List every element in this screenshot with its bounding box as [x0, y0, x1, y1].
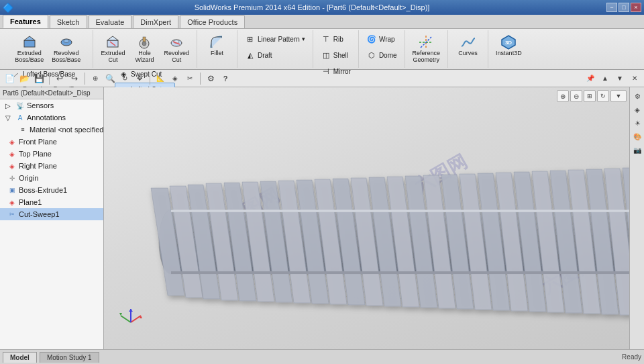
fillet-label: Fillet	[211, 50, 223, 57]
save-button[interactable]: 💾	[32, 72, 46, 85]
section-view-button[interactable]: ✂	[183, 72, 197, 85]
view-selector-button[interactable]: ▼	[610, 90, 627, 102]
ribbon: Features Sketch Evaluate DimXpert Office…	[0, 15, 644, 70]
svg-marker-60	[129, 309, 133, 312]
zoom-out-button[interactable]: 🔍	[103, 72, 117, 85]
tree-item-front-plane[interactable]: ◈ Front Plane	[0, 136, 103, 148]
extruded-boss-base-button[interactable]: ExtrudedBoss/Base	[11, 32, 47, 66]
mirror-button[interactable]: ⊣ Mirror	[317, 64, 354, 79]
dome-button[interactable]: ⬡ Dome	[363, 48, 400, 62]
view-settings-icon[interactable]: ⚙	[631, 90, 643, 102]
appearance-icon[interactable]: 🎨	[631, 130, 643, 142]
feature-tree-header: Part6 (Default<Default>_Disp	[0, 87, 103, 99]
fillet-button[interactable]: Fillet	[202, 32, 231, 60]
title-text: SolidWorks Premium 2014 x64 Edition - [P…	[17, 3, 606, 11]
mirror-icon: ⊣	[321, 66, 331, 77]
ribbon-tab-bar: Features Sketch Evaluate DimXpert Office…	[0, 15, 644, 29]
view-orient-button[interactable]: 📐	[154, 72, 167, 85]
screw-model	[131, 121, 629, 349]
3d-viewport[interactable]: ⊕ ⊖ ⊞ ↻ ▼ 六图网 六图网 六图网	[104, 87, 629, 349]
top-plane-indent	[3, 148, 5, 159]
arrow-up-button[interactable]: ▲	[598, 72, 612, 85]
instant3d-button[interactable]: 3D Instant3D	[492, 32, 525, 60]
mirror-label: Mirror	[333, 68, 351, 75]
tree-item-cut-sweep1[interactable]: ✂ Cut-Sweep1	[0, 208, 103, 220]
revolved-cut-icon	[168, 34, 184, 50]
ribbon-group-pattern: ⊞ Linear Pattern ▾ ◭ Draft	[237, 30, 313, 68]
tab-sketch[interactable]: Sketch	[50, 15, 87, 28]
origin-icon: ✛	[7, 173, 17, 183]
extruded-boss-label: ExtrudedBoss/Base	[15, 50, 44, 64]
tab-motion-study[interactable]: Motion Study 1	[40, 352, 99, 363]
zoom-fit-button[interactable]: ⊕	[89, 72, 102, 85]
pin-button[interactable]: 📌	[584, 72, 597, 85]
display-style-button[interactable]: ◈	[168, 72, 182, 85]
tree-item-material[interactable]: ≡ Material <not specified>	[0, 124, 103, 136]
minimize-button[interactable]: −	[606, 3, 617, 12]
tree-item-right-plane[interactable]: ◈ Right Plane	[0, 160, 103, 172]
zoom-out-vp-button[interactable]: ⊖	[570, 90, 582, 102]
main-area: Part6 (Default<Default>_Disp ▷ 📡 Sensors…	[0, 87, 644, 349]
tree-item-plane1[interactable]: ◈ Plane1	[0, 196, 103, 208]
rib-label: Rib	[333, 36, 343, 43]
new-button[interactable]: 📄	[3, 72, 16, 85]
tab-features[interactable]: Features	[3, 15, 48, 28]
draft-button[interactable]: ◭ Draft	[241, 48, 309, 62]
lighting-icon[interactable]: ☀	[631, 117, 643, 129]
tab-evaluate[interactable]: Evaluate	[89, 15, 132, 28]
close-button[interactable]: ×	[631, 3, 641, 12]
rotate-button[interactable]: ↻	[118, 72, 131, 85]
zoom-in-vp-button[interactable]: ⊕	[557, 90, 569, 102]
tree-item-sensors[interactable]: ▷ 📡 Sensors	[0, 99, 103, 111]
tree-item-boss-extrude1[interactable]: ▣ Boss-Extrude1	[0, 184, 103, 196]
revolved-boss-base-button[interactable]: RevolvedBoss/Base	[48, 32, 84, 66]
svg-marker-1	[24, 36, 35, 40]
rib-button[interactable]: ⊤ Rib	[317, 32, 354, 46]
plane1-indent	[3, 197, 5, 208]
arrow-down-button[interactable]: ▼	[613, 72, 627, 85]
shell-button[interactable]: ◫ Shell	[317, 48, 354, 62]
curves-button[interactable]: Curves	[453, 32, 483, 60]
svg-marker-58	[119, 313, 122, 316]
tab-model[interactable]: Model	[3, 352, 37, 363]
maximize-button[interactable]: □	[619, 3, 629, 12]
svg-rect-0	[24, 40, 35, 47]
revolved-boss-icon	[58, 34, 74, 50]
tab-office-products[interactable]: Office Products	[180, 15, 245, 28]
wrap-button[interactable]: 🌀 Wrap	[363, 32, 400, 46]
hole-wizard-button[interactable]: HoleWizard	[129, 32, 159, 66]
open-button[interactable]: 📂	[17, 72, 31, 85]
ribbon-group-boss-base: ExtrudedBoss/Base RevolvedBoss/Base ⟋ Lo…	[3, 30, 93, 68]
svg-line-55	[131, 316, 141, 322]
material-indent	[3, 124, 16, 135]
help-button[interactable]: ?	[219, 72, 232, 85]
plane1-icon: ◈	[7, 197, 17, 208]
tree-item-annotations[interactable]: ▽ A Annotations	[0, 111, 103, 124]
undo-button[interactable]: ↩	[53, 72, 66, 85]
rotate-vp-button[interactable]: ↻	[597, 90, 609, 102]
camera-icon[interactable]: 📷	[631, 144, 643, 156]
tree-item-origin[interactable]: ✛ Origin	[0, 172, 103, 184]
reference-geometry-button[interactable]: ReferenceGeometry	[409, 32, 444, 66]
close-panel-button[interactable]: ✕	[628, 72, 641, 85]
pan-button[interactable]: ✥	[133, 72, 146, 85]
svg-text:3D: 3D	[505, 40, 512, 46]
revolved-cut-button[interactable]: RevolvedCut	[160, 32, 193, 66]
redo-button[interactable]: ↪	[68, 72, 81, 85]
front-plane-icon: ◈	[7, 136, 17, 147]
zoom-fit-vp-button[interactable]: ⊞	[584, 90, 596, 102]
annotations-icon: A	[15, 112, 25, 123]
draft-label: Draft	[258, 52, 272, 59]
ribbon-content: ExtrudedBoss/Base RevolvedBoss/Base ⟋ Lo…	[0, 29, 644, 69]
cut-sweep-indent	[3, 209, 5, 220]
extruded-cut-button[interactable]: ExtrudedCut	[97, 32, 128, 66]
status-bar: Model Motion Study 1 Ready	[0, 349, 644, 364]
ribbon-group-fillet: Fillet	[197, 30, 237, 68]
tab-dimxpert[interactable]: DimXpert	[133, 15, 178, 28]
extruded-cut-label: ExtrudedCut	[101, 50, 125, 64]
curves-icon	[460, 34, 476, 50]
display-mode-icon[interactable]: ◈	[631, 103, 643, 116]
tree-item-top-plane[interactable]: ◈ Top Plane	[0, 148, 103, 160]
linear-pattern-button[interactable]: ⊞ Linear Pattern ▾	[241, 32, 309, 46]
settings-button[interactable]: ⚙	[204, 72, 217, 85]
